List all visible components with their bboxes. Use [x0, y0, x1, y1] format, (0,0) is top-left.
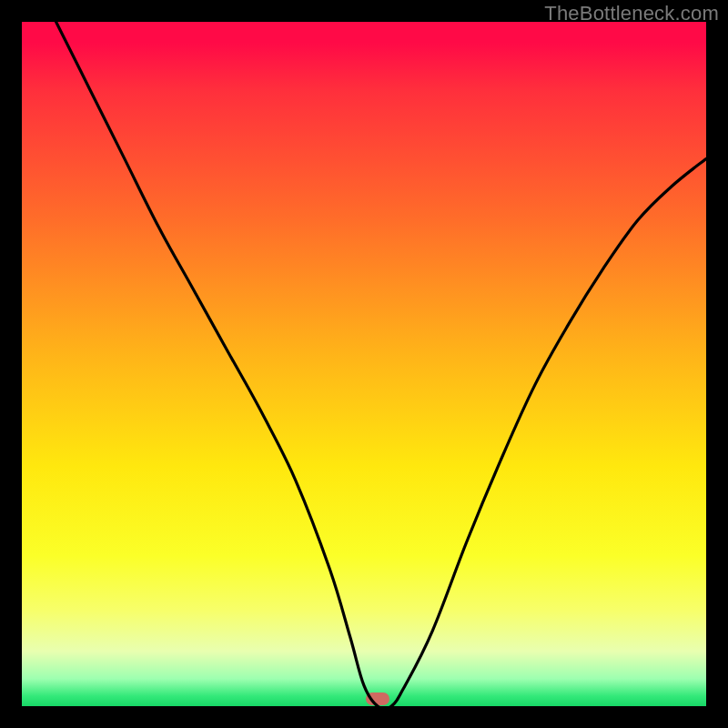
bottleneck-curve [56, 22, 706, 706]
plot-area [22, 22, 706, 706]
watermark-text: TheBottleneck.com [544, 2, 719, 25]
chart-container: TheBottleneck.com [0, 0, 728, 728]
curve-svg [22, 22, 706, 706]
